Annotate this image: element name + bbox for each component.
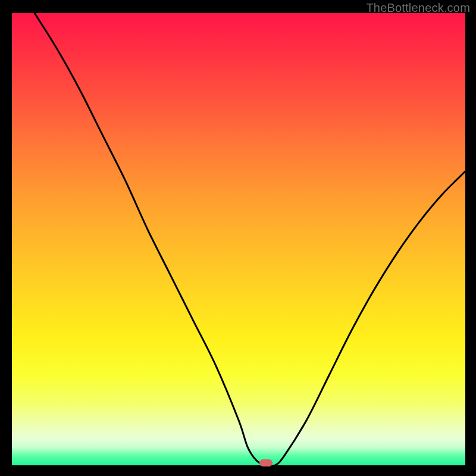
optimal-marker <box>259 459 273 466</box>
chart-area <box>12 13 465 465</box>
bottleneck-curve <box>12 13 465 465</box>
watermark-text: TheBottleneck.com <box>366 1 470 15</box>
curve-path <box>35 13 465 465</box>
